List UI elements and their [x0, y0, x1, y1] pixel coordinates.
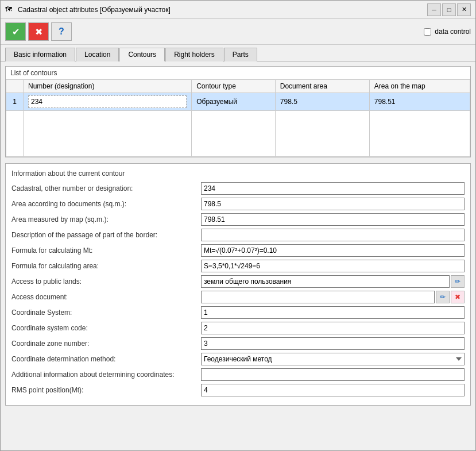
field-row-3: Description of the passage of part of th…: [11, 229, 465, 241]
row-map-area: 798.51: [369, 93, 470, 111]
field-row-1: Area according to documents (sq.m.):: [11, 198, 465, 210]
tab-parts[interactable]: Parts: [224, 48, 257, 61]
input-border-description[interactable]: [201, 229, 465, 241]
label-7: Access document:: [11, 293, 201, 301]
edit-access-public-button[interactable]: ✏: [451, 275, 465, 288]
field-row-7: Access document: ✏ ✖: [11, 291, 465, 303]
tab-bar: Basic information Location Contours Righ…: [1, 45, 475, 61]
contours-table: Number (designation) Contour type Docume…: [6, 79, 470, 157]
input-coordinate-system[interactable]: [201, 306, 465, 319]
input-coord-zone[interactable]: [201, 337, 465, 350]
field-row-8: Coordinate System:: [11, 306, 465, 319]
delete-access-document-button[interactable]: ✖: [451, 291, 465, 303]
title-bar-left: 🗺 Cadastral object attributes [Образуемы…: [5, 5, 171, 14]
input-access-document[interactable]: [201, 291, 435, 303]
data-control-checkbox[interactable]: [424, 28, 431, 36]
label-12: Additional information about determining…: [11, 371, 201, 379]
field-row-11: Coordinate determination method: Геодези…: [11, 353, 465, 365]
input-formula-area[interactable]: [201, 260, 465, 272]
data-control-label[interactable]: data control: [435, 28, 471, 36]
input-access-public[interactable]: [201, 275, 450, 288]
label-5: Formula for calculating area:: [11, 262, 201, 270]
data-control-area: data control: [424, 28, 471, 36]
col-map-area: Area on the map: [369, 80, 470, 93]
tab-contours[interactable]: Contours: [119, 48, 165, 61]
cancel-button[interactable]: ✖: [28, 22, 49, 41]
delete-icon: ✖: [455, 293, 460, 301]
row-num: 1: [6, 93, 24, 111]
contours-list-title: List of contours: [6, 67, 470, 79]
input-coord-code[interactable]: [201, 322, 465, 334]
input-area-map[interactable]: [201, 213, 465, 226]
col-doc-area: Document area: [275, 80, 369, 93]
label-8: Coordinate System:: [11, 309, 201, 317]
app-icon: 🗺: [5, 5, 14, 14]
label-4: Formula for calculating Mt:: [11, 246, 201, 255]
designation-input[interactable]: [28, 95, 187, 108]
field-row-9: Coordinate system code:: [11, 322, 465, 334]
main-window: 🗺 Cadastral object attributes [Образуемы…: [0, 0, 476, 451]
label-13: RMS point position(Mt):: [11, 386, 201, 394]
field-row-10: Coordinate zone number:: [11, 337, 465, 350]
help-button[interactable]: ?: [51, 22, 72, 41]
input-cadastral-number[interactable]: [201, 182, 465, 195]
row-contour-type: Образуемый: [192, 93, 276, 111]
input-area-documents[interactable]: [201, 198, 465, 210]
toolbar: ✔ ✖ ? data control: [1, 19, 475, 45]
field-row-2: Area measured by map (sq.m.):: [11, 213, 465, 226]
edit-icon: ✏: [455, 277, 460, 286]
field-row-13: RMS point position(Mt):: [11, 384, 465, 396]
window-title: Cadastral object attributes [Образуемый …: [18, 6, 171, 14]
row-designation: [24, 93, 192, 111]
title-bar: 🗺 Cadastral object attributes [Образуемы…: [1, 1, 475, 19]
input-rms-point[interactable]: [201, 384, 465, 396]
label-2: Area measured by map (sq.m.):: [11, 215, 201, 223]
field-row-12: Additional information about determining…: [11, 368, 465, 381]
confirm-button[interactable]: ✔: [5, 22, 26, 41]
contours-list-section: List of contours Number (designation) Co…: [5, 66, 471, 157]
label-0: Cadastral, other number or designation:: [11, 184, 201, 192]
table-row[interactable]: 1 Образуемый 798.5 798.51: [6, 93, 470, 111]
label-9: Coordinate system code:: [11, 324, 201, 332]
tab-location[interactable]: Location: [76, 48, 119, 61]
access-public-field: ✏: [201, 275, 465, 288]
close-icon: ✕: [462, 6, 467, 13]
field-row-5: Formula for calculating area:: [11, 260, 465, 272]
title-bar-controls: ─ □ ✕: [427, 3, 471, 16]
field-row-6: Access to public lands: ✏: [11, 275, 465, 288]
help-icon: ?: [59, 26, 64, 37]
input-additional-info[interactable]: [201, 368, 465, 381]
label-3: Description of the passage of part of th…: [11, 231, 201, 239]
confirm-icon: ✔: [12, 26, 20, 37]
label-11: Coordinate determination method:: [11, 355, 201, 363]
col-num: [6, 80, 24, 93]
field-row-0: Cadastral, other number or designation:: [11, 182, 465, 195]
edit-icon-2: ✏: [440, 293, 446, 301]
access-document-field: ✏ ✖: [201, 291, 465, 303]
label-10: Coordinate zone number:: [11, 340, 201, 348]
tab-content: List of contours Number (designation) Co…: [1, 61, 475, 450]
tab-right-holders[interactable]: Right holders: [165, 48, 223, 61]
empty-row: [6, 111, 470, 157]
label-6: Access to public lands:: [11, 277, 201, 286]
info-section-title: Information about the current contour: [11, 169, 465, 178]
label-1: Area according to documents (sq.m.):: [11, 200, 201, 208]
tab-basic[interactable]: Basic information: [5, 48, 75, 61]
select-coord-method[interactable]: Геодезический метод: [201, 353, 465, 365]
col-contour-type: Contour type: [192, 80, 276, 93]
cancel-icon: ✖: [35, 26, 42, 37]
minimize-button[interactable]: ─: [427, 3, 441, 16]
edit-access-document-button[interactable]: ✏: [436, 291, 450, 303]
close-button[interactable]: ✕: [457, 3, 471, 16]
info-section: Information about the current contour Ca…: [5, 163, 471, 406]
input-formula-mt[interactable]: [201, 244, 465, 257]
row-doc-area: 798.5: [275, 93, 369, 111]
restore-icon: □: [447, 6, 451, 13]
col-designation: Number (designation): [24, 80, 192, 93]
field-row-4: Formula for calculating Mt:: [11, 244, 465, 257]
restore-button[interactable]: □: [442, 3, 456, 16]
minimize-icon: ─: [432, 6, 436, 13]
